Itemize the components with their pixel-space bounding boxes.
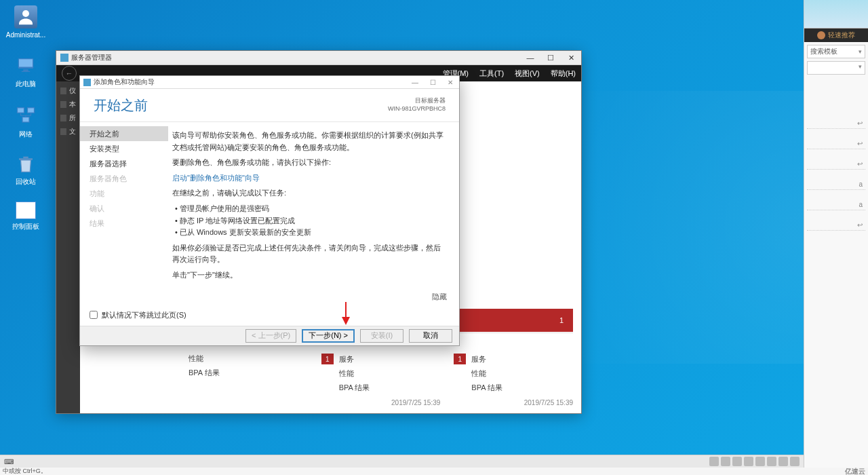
network-icon: [14, 104, 37, 127]
tile[interactable]: 性能 BPA 结果: [189, 352, 308, 406]
hide-link[interactable]: 隐藏: [432, 292, 447, 301]
brand-logo: 亿速云: [845, 467, 865, 476]
back-button[interactable]: ←: [62, 66, 77, 81]
nav-before-you-begin[interactable]: 开始之前: [80, 126, 168, 141]
cancel-button[interactable]: 取消: [409, 329, 452, 343]
icon-label: 网络: [19, 130, 33, 139]
svg-rect-6: [28, 108, 35, 113]
status-hint: 中或按 Ctrl+G。: [3, 467, 47, 475]
skip-page-checkbox[interactable]: [90, 311, 98, 319]
nav-server-selection[interactable]: 服务器选择: [80, 156, 168, 171]
list-item[interactable]: ↩: [807, 159, 865, 170]
list-item[interactable]: ↩: [807, 220, 865, 231]
sidebar-item[interactable]: 本: [56, 98, 80, 111]
svg-rect-4: [22, 71, 31, 72]
icon-label: 此电脑: [16, 79, 36, 89]
next-button[interactable]: 下一步(N) >: [302, 329, 355, 343]
maximize-button[interactable]: ☐: [540, 51, 561, 65]
tile[interactable]: 1服务 性能 BPA 结果 2019/7/25 15:39: [321, 352, 441, 406]
tray-icon[interactable]: [709, 457, 719, 466]
list-item[interactable]: a: [807, 179, 865, 190]
desktop-icon-control-panel[interactable]: 控制面板: [5, 202, 46, 231]
add-roles-wizard-dialog: 添加角色和功能向导 ― ☐ ✕ 开始之前 目标服务器 WIN-981GVRPBH…: [79, 75, 460, 346]
wizard-footer: < 上一步(P) 下一步(N) > 安装(I) 取消: [80, 326, 459, 345]
nav-confirm: 确认: [80, 201, 168, 216]
wizard-content: 该向导可帮助你安装角色、角色服务或功能。你需要根据组织的计算要求(例如共享文档或…: [168, 122, 459, 289]
list-item[interactable]: ↩: [807, 118, 865, 129]
sidebar-item[interactable]: 仪: [56, 84, 80, 98]
chevron-down-icon: ▾: [859, 48, 862, 55]
svg-rect-2: [19, 59, 33, 66]
icon-label: 控制面板: [12, 222, 39, 231]
sidebar-item[interactable]: 文: [56, 125, 80, 138]
desktop-icon-this-pc[interactable]: 此电脑: [5, 54, 46, 89]
dropdown[interactable]: ▾: [807, 61, 865, 75]
tiles: 性能 BPA 结果 1服务 性能 BPA 结果 2019/7/25 15:39 …: [189, 352, 573, 406]
tile[interactable]: 1服务 性能 BPA 结果 2019/7/25 15:39: [454, 352, 573, 406]
status-bar: 中或按 Ctrl+G。 亿速云: [0, 468, 868, 475]
window-title: 添加角色和功能向导: [94, 77, 155, 87]
window-title: 服务器管理器: [71, 53, 112, 62]
minimize-button[interactable]: ―: [520, 51, 540, 65]
search-templates[interactable]: 搜索模板▾: [807, 45, 865, 58]
tray-icon[interactable]: [721, 457, 730, 466]
control-panel-icon: [16, 202, 36, 219]
taskbar[interactable]: ⌨: [0, 455, 804, 468]
recycle-bin-icon: [16, 154, 36, 174]
template-list: ↩ ↩ ↩ a a ↩: [804, 115, 868, 233]
target-server-label: 目标服务器 WIN-981GVRPBHC8: [388, 97, 446, 113]
tray-icon[interactable]: [767, 457, 776, 466]
avatar-bar[interactable]: 轻速推荐: [804, 28, 868, 42]
icon-label: 回收站: [16, 177, 36, 187]
remove-roles-link[interactable]: 启动"删除角色和功能"向导: [172, 174, 260, 182]
svg-rect-5: [18, 108, 24, 113]
desktop-icon-administrator[interactable]: Administrat...: [5, 5, 46, 39]
tray-icon[interactable]: [744, 457, 753, 466]
install-button: 安装(I): [360, 329, 403, 343]
sidebar: 仪 本 所 文: [56, 81, 80, 413]
user-icon: [14, 5, 37, 28]
desktop-icon-network[interactable]: 网络: [5, 104, 46, 139]
nav-results: 结果: [80, 216, 168, 231]
tray-icon[interactable]: [732, 457, 742, 466]
sidebar-item[interactable]: 所: [56, 111, 80, 125]
nav-features: 功能: [80, 186, 168, 201]
tray-icon[interactable]: [755, 457, 765, 466]
pc-icon: [14, 54, 37, 77]
keyboard-icon[interactable]: ⌨: [4, 458, 14, 466]
list-item[interactable]: ↩: [807, 138, 865, 149]
svg-rect-3: [23, 69, 28, 71]
panel-header-image: [804, 0, 868, 28]
menu-tools[interactable]: 工具(T): [479, 69, 504, 79]
svg-rect-7: [22, 117, 29, 123]
titlebar[interactable]: 添加角色和功能向导 ― ☐ ✕: [80, 76, 459, 89]
list-item[interactable]: a: [807, 200, 865, 210]
right-side-panel: 轻速推荐 搜索模板▾ ▾ ↩ ↩ ↩ a a ↩: [804, 0, 868, 468]
minimize-button[interactable]: ―: [406, 76, 424, 89]
skip-page-label: 默认情况下将跳过此页(S): [102, 310, 186, 320]
menu-help[interactable]: 帮助(H): [551, 69, 576, 79]
svg-point-0: [22, 10, 29, 17]
wizard-header: 开始之前 目标服务器 WIN-981GVRPBHC8: [80, 89, 459, 122]
tray-icon[interactable]: [778, 457, 788, 466]
nav-server-roles: 服务器角色: [80, 171, 168, 186]
close-button[interactable]: ✕: [441, 76, 459, 89]
icon-label: Administrat...: [6, 31, 45, 39]
prev-button: < 上一步(P): [245, 329, 296, 343]
maximize-button[interactable]: ☐: [424, 76, 441, 89]
desktop-icon-recycle-bin[interactable]: 回收站: [5, 154, 46, 187]
titlebar[interactable]: 服务器管理器 ― ☐ ✕: [56, 51, 581, 65]
close-button[interactable]: ✕: [561, 51, 581, 65]
menu-view[interactable]: 视图(V): [515, 69, 540, 79]
tray-icon[interactable]: [790, 457, 800, 466]
app-icon: [83, 79, 91, 86]
page-title: 开始之前: [94, 96, 148, 115]
wizard-nav: 开始之前 安装类型 服务器选择 服务器角色 功能 确认 结果: [80, 122, 168, 289]
nav-install-type[interactable]: 安装类型: [80, 141, 168, 156]
app-icon: [60, 54, 68, 62]
